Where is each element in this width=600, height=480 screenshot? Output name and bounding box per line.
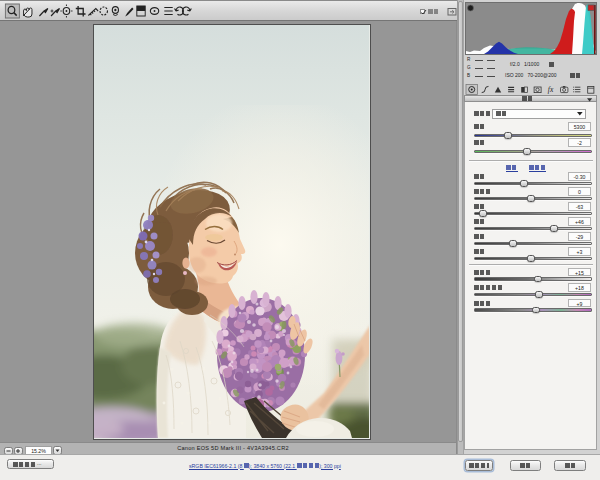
svg-text:fx: fx <box>548 85 554 94</box>
